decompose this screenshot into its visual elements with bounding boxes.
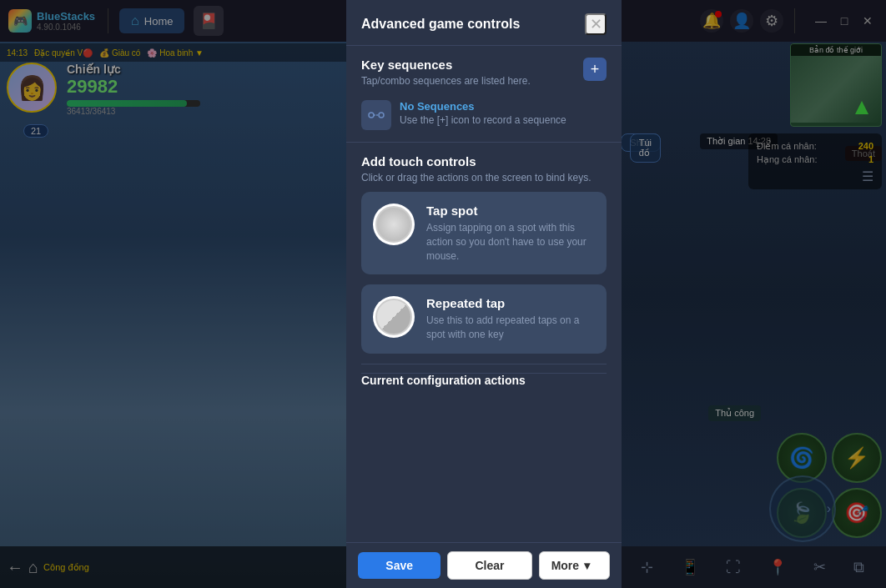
modal-title: Advanced game controls [361,17,520,32]
repeated-tap-icon [373,296,415,338]
svg-point-1 [379,113,384,118]
current-config-label: Current configuration actions [361,373,607,387]
tap-spot-card[interactable]: Tap spot Assign tapping on a spot with t… [361,192,607,274]
no-sequences-label: No Sequences [400,100,566,113]
current-config-divider: Current configuration actions [361,364,607,387]
modal-close-button[interactable]: ✕ [585,13,607,35]
key-sequences-desc: Tap/combo sequences are listed here. [361,75,531,87]
add-sequence-button[interactable]: + [583,58,607,81]
touch-controls-desc: Click or drag the actions on the screen … [361,172,607,183]
tap-spot-text: Tap spot Assign tapping on a spot with t… [426,204,595,263]
tap-spot-title: Tap spot [426,204,595,218]
more-label: More [551,559,579,572]
modal-header: Advanced game controls ✕ [346,0,622,46]
clear-button[interactable]: Clear [447,551,531,580]
repeated-tap-desc: Use this to add repeated taps on a spot … [426,314,595,342]
save-button[interactable]: Save [358,552,440,579]
repeated-tap-circle [375,299,412,335]
key-sequences-header: Key sequences Tap/combo sequences are li… [361,58,607,95]
no-sequences-area: No Sequences Use the [+] icon to record … [361,100,607,130]
tap-spot-circle [375,206,412,243]
tap-spot-desc: Assign tapping on a spot with this actio… [426,221,595,263]
repeated-tap-title: Repeated tap [426,296,595,310]
no-sequences-text: No Sequences Use the [+] icon to record … [400,100,566,126]
sequence-icon [361,100,391,130]
modal-footer: Save Clear More ▾ [346,542,622,588]
key-sequences-title: Key sequences [361,58,531,72]
advanced-controls-modal: Advanced game controls ✕ Key sequences T… [346,0,622,588]
touch-controls-section: Add touch controls Click or drag the act… [346,143,622,399]
tap-spot-icon [373,204,415,245]
key-sequences-section: Key sequences Tap/combo sequences are li… [346,46,622,143]
more-button[interactable]: More ▾ [539,551,610,580]
repeated-tap-text: Repeated tap Use this to add repeated ta… [426,296,595,342]
no-sequences-desc: Use the [+] icon to record a sequence [400,114,566,126]
repeated-tap-card[interactable]: Repeated tap Use this to add repeated ta… [361,284,607,354]
svg-point-0 [369,113,374,118]
more-chevron-icon: ▾ [584,559,590,572]
touch-controls-title: Add touch controls [361,154,607,168]
key-sequences-text: Key sequences Tap/combo sequences are li… [361,58,531,95]
modal-body[interactable]: Key sequences Tap/combo sequences are li… [346,46,622,542]
